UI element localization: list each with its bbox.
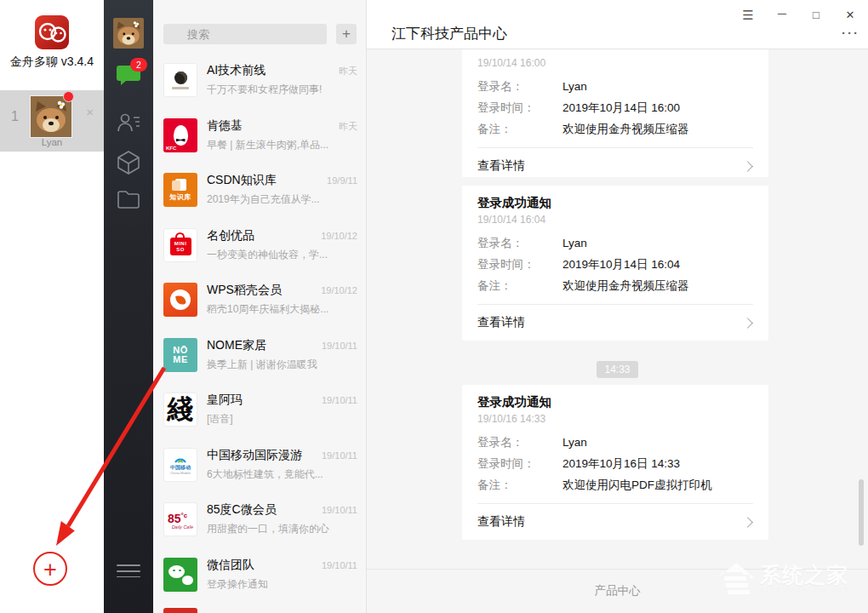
avatar-china-mobile: 中国移动 China Mobile	[163, 448, 197, 482]
nav-menu-button[interactable]	[117, 560, 140, 581]
session-name: Lyan	[0, 137, 104, 147]
product-center-label: 产品中心	[595, 584, 641, 597]
chat-name: AI技术前线	[207, 63, 266, 78]
chat-name: 85度C微会员	[207, 502, 277, 518]
chat-name: 肯德基	[207, 118, 243, 134]
message-date: 19/10/14 16:00	[477, 57, 753, 69]
view-details-button[interactable]: 查看详情	[477, 504, 753, 540]
nav-rail: 2	[104, 0, 153, 613]
nav-files-tab[interactable]	[104, 189, 153, 226]
conversation-panel: 江下科技产品中心 ☰ ─ □ ✕ ··· 19/10/14 16:00 登录名：…	[367, 0, 868, 613]
chat-preview: 6大地标性建筑，竟能代...	[207, 467, 357, 482]
chat-preview: 一秒变美的神仙妆容，学...	[207, 248, 357, 262]
chat-date: 19/9/11	[327, 175, 357, 186]
chat-preview: 换季上新 | 谢谢你温暖我	[207, 358, 357, 372]
chat-items: AI技术前线 昨天 千万不要和女程序做同事! KFC 肯德基 昨天 早餐 | 新…	[153, 54, 366, 603]
hamburger-icon	[117, 576, 140, 578]
minimize-icon: ─	[778, 7, 786, 20]
view-details-button[interactable]: 查看详情	[477, 148, 753, 177]
message-area: 19/10/14 16:00 登录名：Lyan 登录时间：2019年10月14日…	[367, 49, 868, 569]
message-card: 登录成功通知 19/10/14 16:04 登录名：Lyan 登录时间：2019…	[462, 186, 768, 341]
add-session-button[interactable]: +	[33, 552, 67, 586]
minimize-button[interactable]: ─	[771, 5, 793, 26]
nav-collections-tab[interactable]	[104, 150, 153, 187]
avatar-kfc: KFC	[163, 118, 197, 152]
avatar-ai-tech	[163, 63, 197, 97]
menu-icon: ☰	[742, 8, 753, 22]
folder-icon	[117, 189, 140, 209]
maximize-icon: □	[813, 9, 819, 21]
hamburger-icon	[117, 564, 140, 566]
message-title: 登录成功通知	[477, 195, 753, 211]
window-menu-button[interactable]: ☰	[737, 5, 759, 26]
avatar-nome: NŌ ME	[163, 338, 197, 372]
search-input[interactable]	[163, 24, 327, 44]
chat-item-85c[interactable]: 85°c Daily Cafe 85度C微会员 19/10/11 用甜蜜的一口，…	[153, 493, 366, 548]
profile-avatar[interactable]	[113, 18, 144, 49]
chat-name: 中国移动国际漫游	[207, 448, 302, 463]
chat-date: 19/10/12	[321, 231, 357, 241]
chat-item-miniso[interactable]: MINI SO 名创优品 19/10/12 一秒变美的神仙妆容，学...	[153, 219, 366, 274]
avatar-miniso: MINI SO	[163, 228, 197, 262]
more-menu-button[interactable]: ···	[842, 26, 859, 40]
view-details-button[interactable]: 查看详情	[477, 305, 753, 341]
message-date: 19/10/14 16:04	[477, 214, 753, 226]
chat-preview: 用甜蜜的一口，填满你的心	[207, 522, 357, 536]
chat-item-chinamobile[interactable]: 中国移动 China Mobile 中国移动国际漫游 19/10/11 6大地标…	[153, 438, 366, 494]
plus-icon: +	[43, 557, 57, 582]
china-mobile-logo-icon	[174, 454, 187, 464]
chat-item-kfc[interactable]: KFC 肯德基 昨天 早餐 | 新生滚牛肉粥,单品...	[153, 109, 366, 164]
dog-avatar-icon	[31, 96, 71, 137]
maximize-button[interactable]: □	[805, 5, 827, 26]
chevron-right-icon	[742, 161, 753, 172]
chat-preview: 千万不要和女程序做同事!	[207, 83, 357, 97]
scrollbar-thumb[interactable]	[859, 479, 864, 546]
session-close-icon[interactable]: ×	[86, 106, 94, 118]
contacts-icon	[116, 111, 141, 135]
avatar-85c: 85°c Daily Cafe	[163, 502, 197, 536]
chat-name: WPS稻壳会员	[207, 283, 282, 298]
close-button[interactable]: ✕	[839, 5, 861, 26]
chat-item-partial-avatar	[163, 608, 197, 613]
plus-icon: +	[342, 26, 351, 42]
chat-date: 19/10/11	[322, 450, 357, 461]
chat-list-panel: + AI技术前线 昨天 千万不要和女程序做同事! KFC 肯德基 昨	[153, 0, 367, 613]
app-window: 金舟多聊 v3.4.4 1 × Lyan	[0, 0, 868, 613]
message-title: 登录成功通知	[477, 394, 753, 410]
chat-name: CSDN知识库	[207, 173, 277, 188]
chat-name: 微信团队	[207, 558, 254, 573]
chat-item-nome[interactable]: NŌ ME NOME家居 19/10/11 换季上新 | 谢谢你温暖我	[153, 329, 366, 384]
avatar-wechat-team	[163, 558, 197, 592]
chat-preview: 2019年为自己充值从学...	[207, 192, 357, 207]
app-title: 金舟多聊 v3.4.4	[0, 54, 104, 70]
chat-preview: [语音]	[207, 412, 357, 427]
app-logo-icon	[34, 14, 70, 50]
chat-date: 19/10/11	[322, 505, 357, 515]
message-card: 19/10/14 16:00 登录名：Lyan 登录时间：2019年10月14日…	[462, 49, 768, 177]
chat-item-ai[interactable]: AI技术前线 昨天 千万不要和女程序做同事!	[153, 54, 366, 109]
nav-chats-tab[interactable]: 2	[104, 63, 153, 100]
chat-item-wechat-team[interactable]: 微信团队 19/10/11 登录操作通知	[153, 548, 366, 604]
chat-unread-badge: 2	[130, 58, 147, 72]
session-index: 1	[11, 109, 19, 124]
chat-date: 昨天	[339, 120, 357, 133]
chat-item-huangama[interactable]: 綫 皇阿玛 19/10/11 [语音]	[153, 383, 366, 438]
nav-contacts-tab[interactable]	[104, 111, 153, 148]
chat-item-csdn[interactable]: 知识库 CSDN知识库 19/9/11 2019年为自己充值从学...	[153, 163, 366, 219]
time-divider: 14:33	[597, 361, 637, 378]
chat-name: 名创优品	[207, 228, 254, 243]
session-tab-lyan[interactable]: 1 × Lyan	[0, 90, 104, 152]
chat-item-wps[interactable]: WPS稻壳会员 19/10/12 稻壳10周年庆福利大揭秘...	[153, 273, 366, 329]
conversation-header: 江下科技产品中心 ☰ ─ □ ✕ ···	[367, 0, 868, 49]
add-chat-button[interactable]: +	[336, 24, 357, 44]
avatar-wps-rice	[163, 283, 197, 317]
chat-name: NOME家居	[207, 338, 266, 353]
chat-date: 19/10/11	[322, 395, 357, 405]
close-icon: ✕	[846, 9, 855, 21]
message-date: 19/10/16 14:33	[477, 413, 753, 425]
avatar-csdn: 知识库	[163, 173, 197, 207]
session-sidebar: 金舟多聊 v3.4.4 1 × Lyan	[0, 0, 104, 613]
chat-date: 昨天	[339, 65, 357, 77]
conversation-title: 江下科技产品中心	[391, 24, 507, 43]
chevron-right-icon	[742, 318, 753, 329]
